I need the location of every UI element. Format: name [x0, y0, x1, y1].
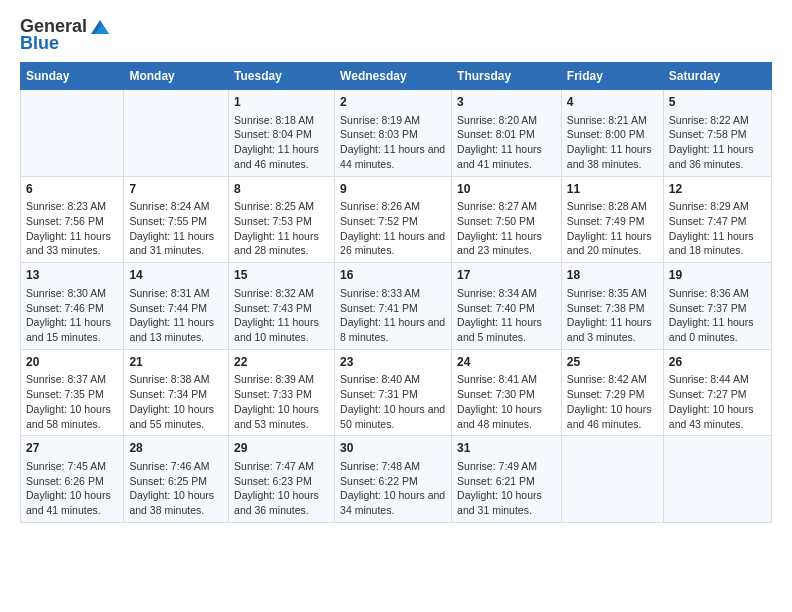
calendar-cell: 10Sunrise: 8:27 AMSunset: 7:50 PMDayligh… — [452, 176, 562, 263]
calendar-cell: 5Sunrise: 8:22 AMSunset: 7:58 PMDaylight… — [663, 90, 771, 177]
day-number: 21 — [129, 354, 223, 371]
calendar-cell: 27Sunrise: 7:45 AMSunset: 6:26 PMDayligh… — [21, 436, 124, 523]
day-number: 12 — [669, 181, 766, 198]
day-content: Sunrise: 7:49 AMSunset: 6:21 PMDaylight:… — [457, 459, 556, 518]
day-number: 16 — [340, 267, 446, 284]
logo-blue-text: Blue — [20, 33, 59, 54]
day-number: 1 — [234, 94, 329, 111]
day-number: 22 — [234, 354, 329, 371]
weekday-header-saturday: Saturday — [663, 63, 771, 90]
day-number: 3 — [457, 94, 556, 111]
calendar-cell: 19Sunrise: 8:36 AMSunset: 7:37 PMDayligh… — [663, 263, 771, 350]
day-content: Sunrise: 8:42 AMSunset: 7:29 PMDaylight:… — [567, 372, 658, 431]
calendar-cell: 26Sunrise: 8:44 AMSunset: 7:27 PMDayligh… — [663, 349, 771, 436]
day-content: Sunrise: 8:37 AMSunset: 7:35 PMDaylight:… — [26, 372, 118, 431]
weekday-header-friday: Friday — [561, 63, 663, 90]
day-content: Sunrise: 8:32 AMSunset: 7:43 PMDaylight:… — [234, 286, 329, 345]
day-number: 14 — [129, 267, 223, 284]
day-content: Sunrise: 8:38 AMSunset: 7:34 PMDaylight:… — [129, 372, 223, 431]
day-number: 15 — [234, 267, 329, 284]
calendar-cell: 25Sunrise: 8:42 AMSunset: 7:29 PMDayligh… — [561, 349, 663, 436]
calendar-cell: 11Sunrise: 8:28 AMSunset: 7:49 PMDayligh… — [561, 176, 663, 263]
calendar-cell: 7Sunrise: 8:24 AMSunset: 7:55 PMDaylight… — [124, 176, 229, 263]
day-number: 24 — [457, 354, 556, 371]
day-content: Sunrise: 8:24 AMSunset: 7:55 PMDaylight:… — [129, 199, 223, 258]
weekday-header-tuesday: Tuesday — [229, 63, 335, 90]
weekday-header-thursday: Thursday — [452, 63, 562, 90]
day-number: 26 — [669, 354, 766, 371]
day-content: Sunrise: 8:34 AMSunset: 7:40 PMDaylight:… — [457, 286, 556, 345]
day-content: Sunrise: 7:47 AMSunset: 6:23 PMDaylight:… — [234, 459, 329, 518]
day-content: Sunrise: 8:31 AMSunset: 7:44 PMDaylight:… — [129, 286, 223, 345]
week-row-1: 1Sunrise: 8:18 AMSunset: 8:04 PMDaylight… — [21, 90, 772, 177]
calendar-cell: 4Sunrise: 8:21 AMSunset: 8:00 PMDaylight… — [561, 90, 663, 177]
day-number: 10 — [457, 181, 556, 198]
calendar-cell: 20Sunrise: 8:37 AMSunset: 7:35 PMDayligh… — [21, 349, 124, 436]
day-number: 8 — [234, 181, 329, 198]
calendar-cell: 23Sunrise: 8:40 AMSunset: 7:31 PMDayligh… — [335, 349, 452, 436]
day-number: 17 — [457, 267, 556, 284]
day-content: Sunrise: 8:19 AMSunset: 8:03 PMDaylight:… — [340, 113, 446, 172]
day-content: Sunrise: 8:44 AMSunset: 7:27 PMDaylight:… — [669, 372, 766, 431]
calendar-cell — [561, 436, 663, 523]
day-number: 6 — [26, 181, 118, 198]
calendar-cell: 28Sunrise: 7:46 AMSunset: 6:25 PMDayligh… — [124, 436, 229, 523]
day-content: Sunrise: 8:20 AMSunset: 8:01 PMDaylight:… — [457, 113, 556, 172]
calendar-cell: 31Sunrise: 7:49 AMSunset: 6:21 PMDayligh… — [452, 436, 562, 523]
calendar-cell: 1Sunrise: 8:18 AMSunset: 8:04 PMDaylight… — [229, 90, 335, 177]
calendar-cell: 14Sunrise: 8:31 AMSunset: 7:44 PMDayligh… — [124, 263, 229, 350]
day-content: Sunrise: 7:46 AMSunset: 6:25 PMDaylight:… — [129, 459, 223, 518]
day-content: Sunrise: 8:21 AMSunset: 8:00 PMDaylight:… — [567, 113, 658, 172]
day-content: Sunrise: 8:35 AMSunset: 7:38 PMDaylight:… — [567, 286, 658, 345]
calendar-table: SundayMondayTuesdayWednesdayThursdayFrid… — [20, 62, 772, 523]
calendar-cell: 3Sunrise: 8:20 AMSunset: 8:01 PMDaylight… — [452, 90, 562, 177]
logo-icon — [89, 18, 111, 36]
day-content: Sunrise: 7:48 AMSunset: 6:22 PMDaylight:… — [340, 459, 446, 518]
calendar-cell: 30Sunrise: 7:48 AMSunset: 6:22 PMDayligh… — [335, 436, 452, 523]
day-number: 28 — [129, 440, 223, 457]
day-content: Sunrise: 8:29 AMSunset: 7:47 PMDaylight:… — [669, 199, 766, 258]
day-content: Sunrise: 8:41 AMSunset: 7:30 PMDaylight:… — [457, 372, 556, 431]
header: General Blue — [20, 16, 772, 54]
calendar-cell: 24Sunrise: 8:41 AMSunset: 7:30 PMDayligh… — [452, 349, 562, 436]
week-row-2: 6Sunrise: 8:23 AMSunset: 7:56 PMDaylight… — [21, 176, 772, 263]
calendar-cell: 8Sunrise: 8:25 AMSunset: 7:53 PMDaylight… — [229, 176, 335, 263]
calendar-cell: 22Sunrise: 8:39 AMSunset: 7:33 PMDayligh… — [229, 349, 335, 436]
week-row-3: 13Sunrise: 8:30 AMSunset: 7:46 PMDayligh… — [21, 263, 772, 350]
day-content: Sunrise: 8:33 AMSunset: 7:41 PMDaylight:… — [340, 286, 446, 345]
calendar-cell: 6Sunrise: 8:23 AMSunset: 7:56 PMDaylight… — [21, 176, 124, 263]
calendar-cell: 16Sunrise: 8:33 AMSunset: 7:41 PMDayligh… — [335, 263, 452, 350]
day-number: 18 — [567, 267, 658, 284]
week-row-4: 20Sunrise: 8:37 AMSunset: 7:35 PMDayligh… — [21, 349, 772, 436]
day-content: Sunrise: 8:30 AMSunset: 7:46 PMDaylight:… — [26, 286, 118, 345]
day-number: 9 — [340, 181, 446, 198]
day-content: Sunrise: 8:23 AMSunset: 7:56 PMDaylight:… — [26, 199, 118, 258]
day-content: Sunrise: 8:26 AMSunset: 7:52 PMDaylight:… — [340, 199, 446, 258]
calendar-cell: 9Sunrise: 8:26 AMSunset: 7:52 PMDaylight… — [335, 176, 452, 263]
calendar-cell: 2Sunrise: 8:19 AMSunset: 8:03 PMDaylight… — [335, 90, 452, 177]
day-number: 25 — [567, 354, 658, 371]
day-number: 7 — [129, 181, 223, 198]
day-content: Sunrise: 8:40 AMSunset: 7:31 PMDaylight:… — [340, 372, 446, 431]
day-content: Sunrise: 7:45 AMSunset: 6:26 PMDaylight:… — [26, 459, 118, 518]
day-content: Sunrise: 8:39 AMSunset: 7:33 PMDaylight:… — [234, 372, 329, 431]
calendar-cell: 15Sunrise: 8:32 AMSunset: 7:43 PMDayligh… — [229, 263, 335, 350]
day-number: 11 — [567, 181, 658, 198]
calendar-cell: 18Sunrise: 8:35 AMSunset: 7:38 PMDayligh… — [561, 263, 663, 350]
header-row: SundayMondayTuesdayWednesdayThursdayFrid… — [21, 63, 772, 90]
weekday-header-monday: Monday — [124, 63, 229, 90]
weekday-header-wednesday: Wednesday — [335, 63, 452, 90]
day-content: Sunrise: 8:25 AMSunset: 7:53 PMDaylight:… — [234, 199, 329, 258]
calendar-cell: 12Sunrise: 8:29 AMSunset: 7:47 PMDayligh… — [663, 176, 771, 263]
calendar-cell — [21, 90, 124, 177]
day-number: 31 — [457, 440, 556, 457]
calendar-cell: 13Sunrise: 8:30 AMSunset: 7:46 PMDayligh… — [21, 263, 124, 350]
day-number: 20 — [26, 354, 118, 371]
day-number: 30 — [340, 440, 446, 457]
day-number: 27 — [26, 440, 118, 457]
logo: General Blue — [20, 16, 111, 54]
day-content: Sunrise: 8:22 AMSunset: 7:58 PMDaylight:… — [669, 113, 766, 172]
week-row-5: 27Sunrise: 7:45 AMSunset: 6:26 PMDayligh… — [21, 436, 772, 523]
calendar-cell: 21Sunrise: 8:38 AMSunset: 7:34 PMDayligh… — [124, 349, 229, 436]
calendar-cell — [663, 436, 771, 523]
